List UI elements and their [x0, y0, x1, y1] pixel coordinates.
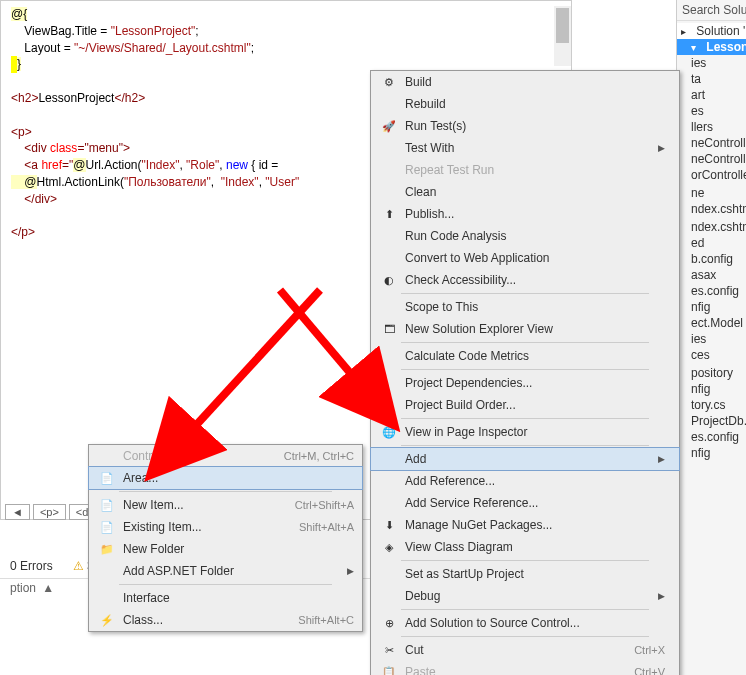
- tree-item[interactable]: nfig: [677, 445, 746, 461]
- ctx-item-addreference[interactable]: Add Reference...: [371, 470, 679, 492]
- submenu-item-interface[interactable]: Interface: [89, 587, 362, 609]
- ctx-item-newsolutionexplorerview[interactable]: 🗔New Solution Explorer View: [371, 318, 679, 340]
- solution-root[interactable]: ▸ Solution 'Lesson4' (2 pro: [677, 23, 746, 39]
- nav-left[interactable]: ◄: [5, 504, 30, 520]
- tree-item[interactable]: asax: [677, 267, 746, 283]
- menu-label: New Folder: [123, 542, 354, 556]
- menu-label: Add Reference...: [405, 474, 671, 488]
- ctx-item-cut[interactable]: ✂CutCtrl+X: [371, 639, 679, 661]
- menu-shortcut: Ctrl+V: [634, 666, 671, 675]
- tree-item[interactable]: ndex.cshtml: [677, 219, 746, 235]
- menu-icon: ⚡: [97, 614, 117, 627]
- menu-label: Scope to This: [405, 300, 671, 314]
- ctx-item-repeattestrun: Repeat Test Run: [371, 159, 679, 181]
- ctx-item-runcodeanalysis[interactable]: Run Code Analysis: [371, 225, 679, 247]
- ctx-item-publish[interactable]: ⬆Publish...: [371, 203, 679, 225]
- menu-icon: 📋: [379, 666, 399, 676]
- tree-item[interactable]: ndex.cshtml: [677, 201, 746, 217]
- menu-label: New Solution Explorer View: [405, 322, 671, 336]
- ctx-item-addsolutiontosourcecontrol[interactable]: ⊕Add Solution to Source Control...: [371, 612, 679, 634]
- menu-shortcut: Ctrl+Shift+A: [295, 499, 354, 511]
- solution-explorer[interactable]: Search Solution Explorer (Ctrl+ ▸ Soluti…: [676, 0, 746, 675]
- tree-item[interactable]: ta: [677, 71, 746, 87]
- ctx-item-build[interactable]: ⚙Build: [371, 71, 679, 93]
- ctx-item-setasstartupproject[interactable]: Set as StartUp Project: [371, 563, 679, 585]
- tree-item[interactable]: llers: [677, 119, 746, 135]
- menu-icon: ⚙: [379, 76, 399, 89]
- tree-item[interactable]: ces: [677, 347, 746, 363]
- tree-item[interactable]: es.config: [677, 429, 746, 445]
- warning-icon: ⚠: [73, 559, 84, 573]
- menu-icon: 🗔: [379, 323, 399, 335]
- tree-item[interactable]: ne: [677, 185, 746, 201]
- submenu-arrow-icon: ▶: [347, 566, 354, 576]
- tree-item[interactable]: b.config: [677, 251, 746, 267]
- solution-tree[interactable]: ▸ Solution 'Lesson4' (2 pro▾ LessonProje…: [677, 21, 746, 463]
- menu-label: Repeat Test Run: [405, 163, 671, 177]
- tree-item[interactable]: ProjectDb.cs: [677, 413, 746, 429]
- ctx-item-calculatecodemetrics[interactable]: Calculate Code Metrics: [371, 345, 679, 367]
- ctx-item-clean[interactable]: Clean: [371, 181, 679, 203]
- tree-item[interactable]: art: [677, 87, 746, 103]
- ctx-item-runtests[interactable]: 🚀Run Test(s): [371, 115, 679, 137]
- menu-label: Rebuild: [405, 97, 671, 111]
- menu-label: Add: [405, 452, 658, 466]
- menu-label: Set as StartUp Project: [405, 567, 671, 581]
- menu-label: Check Accessibility...: [405, 273, 671, 287]
- tree-item[interactable]: tory.cs: [677, 397, 746, 413]
- submenu-item-area[interactable]: 📄Area...: [89, 467, 362, 489]
- menu-icon: 📄: [97, 499, 117, 512]
- menu-icon: ⊕: [379, 617, 399, 630]
- menu-label: View Class Diagram: [405, 540, 671, 554]
- submenu-item-addaspnetfolder[interactable]: Add ASP.NET Folder▶: [89, 560, 362, 582]
- ctx-item-checkaccessibility[interactable]: ◐Check Accessibility...: [371, 269, 679, 291]
- ctx-item-testwith[interactable]: Test With▶: [371, 137, 679, 159]
- menu-icon: ✂: [379, 644, 399, 657]
- menu-label: Add Solution to Source Control...: [405, 616, 671, 630]
- tree-item[interactable]: es: [677, 103, 746, 119]
- razor-at: @{: [11, 7, 27, 21]
- ctx-item-viewclassdiagram[interactable]: ◈View Class Diagram: [371, 536, 679, 558]
- tree-item[interactable]: nfig: [677, 299, 746, 315]
- ctx-item-converttowebapplication[interactable]: Convert to Web Application: [371, 247, 679, 269]
- error-count[interactable]: 0 Errors: [10, 559, 53, 573]
- editor-scrollbar[interactable]: [554, 6, 571, 66]
- ctx-item-debug[interactable]: Debug▶: [371, 585, 679, 607]
- tree-item[interactable]: nfig: [677, 381, 746, 397]
- menu-label: Build: [405, 75, 671, 89]
- menu-shortcut: Ctrl+X: [634, 644, 671, 656]
- menu-label: Add ASP.NET Folder: [123, 564, 347, 578]
- ctx-item-managenugetpackages[interactable]: ⬇Manage NuGet Packages...: [371, 514, 679, 536]
- tree-item[interactable]: pository: [677, 365, 746, 381]
- submenu-item-newitem[interactable]: 📄New Item...Ctrl+Shift+A: [89, 494, 362, 516]
- menu-icon: ⬇: [379, 519, 399, 532]
- ctx-item-scopetothis[interactable]: Scope to This: [371, 296, 679, 318]
- collapse-icon[interactable]: ▲: [42, 581, 54, 595]
- menu-label: Interface: [123, 591, 354, 605]
- tree-item[interactable]: ies: [677, 55, 746, 71]
- tree-item[interactable]: es.config: [677, 283, 746, 299]
- ctx-item-viewinpageinspector[interactable]: 🌐View in Page Inspector: [371, 421, 679, 443]
- ctx-item-projectdependencies[interactable]: Project Dependencies...: [371, 372, 679, 394]
- tree-item[interactable]: neController: [677, 135, 746, 151]
- ctx-item-rebuild[interactable]: Rebuild: [371, 93, 679, 115]
- tree-item[interactable]: orController: [677, 167, 746, 183]
- menu-label: Class...: [123, 613, 298, 627]
- project-icon: ▾: [691, 42, 703, 53]
- breadcrumb-p[interactable]: <p>: [33, 504, 66, 520]
- solution-search[interactable]: Search Solution Explorer (Ctrl+: [677, 0, 746, 21]
- menu-label: View in Page Inspector: [405, 425, 671, 439]
- submenu-item-newfolder[interactable]: 📁New Folder: [89, 538, 362, 560]
- tree-item[interactable]: neController: [677, 151, 746, 167]
- ctx-item-projectbuildorder[interactable]: Project Build Order...: [371, 394, 679, 416]
- submenu-item-existingitem[interactable]: 📄Existing Item...Shift+Alt+A: [89, 516, 362, 538]
- submenu-item-class[interactable]: ⚡Class...Shift+Alt+C: [89, 609, 362, 631]
- tree-item[interactable]: ed: [677, 235, 746, 251]
- project-node[interactable]: ▾ LessonProject: [677, 39, 746, 55]
- ctx-item-addservicereference[interactable]: Add Service Reference...: [371, 492, 679, 514]
- tree-item[interactable]: ect.Model: [677, 315, 746, 331]
- submenu-arrow-icon: ▶: [658, 591, 671, 601]
- tree-item[interactable]: ies: [677, 331, 746, 347]
- ctx-item-add[interactable]: Add▶: [371, 448, 679, 470]
- scroll-thumb[interactable]: [556, 8, 569, 43]
